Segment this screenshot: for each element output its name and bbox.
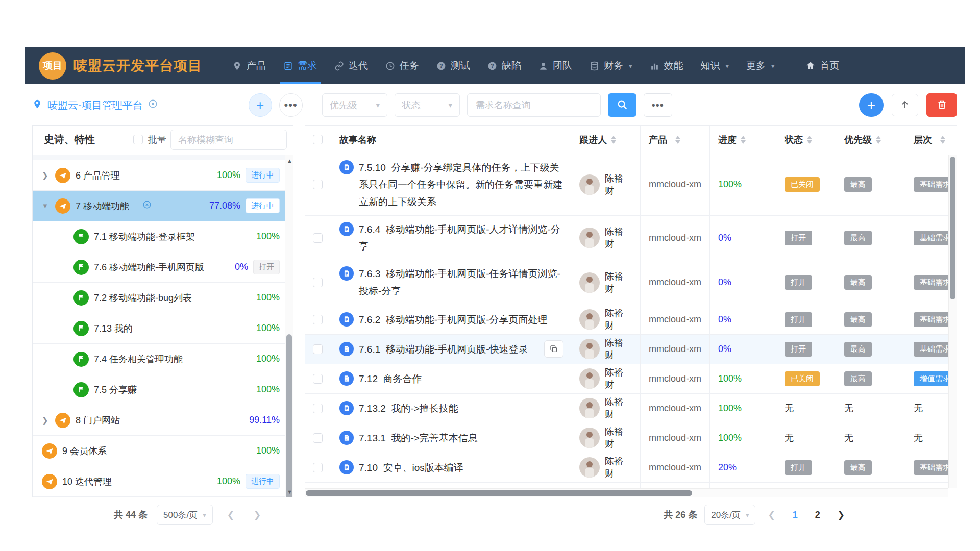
page-number-2[interactable]: 2 xyxy=(810,510,825,520)
epic-plane-icon xyxy=(42,474,57,489)
scroll-down-icon[interactable]: ▼ xyxy=(287,489,292,495)
row-checkbox[interactable] xyxy=(313,180,323,189)
add-button[interactable]: + xyxy=(249,93,272,117)
row-checkbox[interactable] xyxy=(313,404,323,413)
prev-page-button[interactable]: ❮ xyxy=(763,510,780,520)
nav-item-knowledge[interactable]: 知识 ▾ xyxy=(692,47,738,84)
sort-icon[interactable] xyxy=(611,136,616,144)
nav-label: 知识 xyxy=(701,59,720,72)
row-checkbox[interactable] xyxy=(313,344,323,354)
row-checkbox[interactable] xyxy=(313,278,323,287)
row-checkbox[interactable] xyxy=(313,374,323,384)
tree-page-size-select[interactable]: 500条/页 ▾ xyxy=(157,505,213,525)
nav-label: 更多 xyxy=(746,59,766,72)
story-name[interactable]: 7.5.10 分享赚-分享绑定具体的任务，上下级关系只在同一个任务中保留。新的任… xyxy=(359,159,562,210)
chevron-down-icon[interactable]: ▼ xyxy=(42,202,55,210)
tree-item-9[interactable]: 9 会员体系 100% xyxy=(33,436,285,466)
table-page-size-select[interactable]: 20条/页 ▾ xyxy=(704,505,755,525)
nav-item-finance[interactable]: 财务 ▾ xyxy=(581,47,641,84)
tree-item-7-selected[interactable]: ▼ 7 移动端功能 77.08%进行中 xyxy=(33,191,285,221)
delete-button[interactable] xyxy=(926,93,957,117)
chevron-right-icon[interactable]: ❯ xyxy=(42,416,55,425)
story-name[interactable]: 7.6.3 移动端功能-手机网页版-任务详情页浏览-投标-分享 xyxy=(359,265,562,299)
table-row[interactable]: 7.13.2 我的->擅长技能 陈裕财 mmcloud-xm 100% 无 无 … xyxy=(305,394,957,423)
tree-item-10[interactable]: 10 迭代管理 100%进行中 xyxy=(33,466,285,497)
more-options-button[interactable]: ••• xyxy=(279,93,303,117)
tree-item-8[interactable]: ❯ 8 门户网站 99.11% xyxy=(33,405,285,436)
row-checkbox[interactable] xyxy=(313,233,323,243)
table-row[interactable]: 7.6.2 移动端功能-手机网页版-分享页面处理 陈裕财 mmcloud-xm … xyxy=(305,305,957,335)
product-name: mmcloud-xm xyxy=(649,344,701,355)
story-name[interactable]: 7.10 安卓、ios版本编译 xyxy=(359,459,463,476)
nav-item-more[interactable]: 更多 ▾ xyxy=(738,47,783,84)
table-vertical-scrollbar[interactable] xyxy=(948,155,957,488)
tree-item-7-2[interactable]: 7.2 移动端功能-bug列表 100% xyxy=(33,283,285,313)
nav-item-home[interactable]: 首页 xyxy=(797,47,848,84)
table-row[interactable]: 7.6.4 移动端功能-手机网页版-人才详情浏览-分享 陈裕财 mmcloud-… xyxy=(305,216,957,261)
table-row[interactable]: 7.13.1 我的->完善基本信息 陈裕财 mmcloud-xm 100% 无 … xyxy=(305,423,957,453)
page-number-1[interactable]: 1 xyxy=(788,510,803,520)
close-circle-icon[interactable] xyxy=(148,99,158,111)
search-button[interactable] xyxy=(608,93,636,117)
next-page-button[interactable]: ❯ xyxy=(249,510,266,520)
tree-search-input[interactable]: 名称模糊查询 xyxy=(170,130,287,150)
level-none: 无 xyxy=(914,402,923,414)
row-checkbox[interactable] xyxy=(313,433,323,443)
row-checkbox[interactable] xyxy=(313,315,323,324)
nav-item-requirements[interactable]: 需求 xyxy=(275,47,326,84)
next-page-button[interactable]: ❯ xyxy=(832,510,850,520)
table-row-hover[interactable]: 7.6.1 移动端功能-手机网页版-快速登录 陈裕财 mmcloud-xm 0%… xyxy=(305,335,957,364)
batch-checkbox[interactable] xyxy=(133,135,143,144)
select-all-checkbox[interactable] xyxy=(313,135,323,144)
chevron-right-icon[interactable]: ❯ xyxy=(42,171,55,180)
table-row[interactable]: 7.5.10 分享赚-分享绑定具体的任务，上下级关系只在同一个任务中保留。新的任… xyxy=(305,154,957,216)
nav-item-performance[interactable]: 效能 xyxy=(641,47,692,84)
story-name[interactable]: 7.6.4 移动端功能-手机网页版-人才详情浏览-分享 xyxy=(359,221,562,255)
scrollbar-thumb[interactable] xyxy=(306,490,692,496)
project-selector[interactable]: 唛盟云-项目管理平台 xyxy=(32,98,158,112)
tree-item-7-4[interactable]: 7.4 任务相关管理功能 100% xyxy=(33,344,285,374)
avatar xyxy=(579,457,600,478)
tree-item-7-13[interactable]: 7.13 我的 100% xyxy=(33,313,285,344)
story-name[interactable]: 7.13.1 我的->完善基本信息 xyxy=(359,430,478,446)
close-circle-icon[interactable] xyxy=(142,200,152,212)
copy-button[interactable] xyxy=(544,340,564,358)
sort-icon[interactable] xyxy=(876,136,881,144)
nav-item-defect[interactable]: ? 缺陷 xyxy=(479,47,530,84)
nav-item-team[interactable]: 团队 xyxy=(530,47,581,84)
requirement-search-input[interactable]: 需求名称查询 xyxy=(467,93,601,117)
search-placeholder: 需求名称查询 xyxy=(476,99,531,111)
tree-item-7-1[interactable]: 7.1 移动端功能-登录框架 100% xyxy=(33,221,285,252)
prev-page-button[interactable]: ❮ xyxy=(222,510,239,520)
tree-item-6[interactable]: ❯ 6 产品管理 100%进行中 xyxy=(33,160,285,191)
scrollbar-thumb[interactable] xyxy=(950,157,955,299)
status-filter[interactable]: 状态 ▾ xyxy=(395,93,460,117)
scroll-up-icon[interactable]: ▲ xyxy=(287,158,292,164)
sort-icon[interactable] xyxy=(807,136,812,144)
table-row[interactable]: 7.6.3 移动端功能-手机网页版-任务详情页浏览-投标-分享 陈裕财 mmcl… xyxy=(305,260,957,305)
upload-button[interactable] xyxy=(892,94,918,116)
table-row[interactable]: 7.10 安卓、ios版本编译 陈裕财 mmcloud-xm 20% 打开 最高… xyxy=(305,453,957,483)
nav-item-test[interactable]: ? 测试 xyxy=(428,47,479,84)
nav-item-product[interactable]: 产品 xyxy=(224,47,275,84)
nav-item-iteration[interactable]: 迭代 xyxy=(326,47,377,84)
priority-filter[interactable]: 优先级 ▾ xyxy=(322,93,387,117)
sort-icon[interactable] xyxy=(940,136,945,144)
create-requirement-button[interactable]: + xyxy=(859,93,884,117)
story-name[interactable]: 7.6.1 移动端功能-手机网页版-快速登录 xyxy=(359,341,528,358)
row-checkbox[interactable] xyxy=(313,463,323,472)
tree-item-7-5[interactable]: 7.5 分享赚 100% xyxy=(33,374,285,405)
table-horizontal-scrollbar[interactable] xyxy=(305,488,948,497)
tree-item-percent: 99.11% xyxy=(249,415,280,425)
sort-icon[interactable] xyxy=(675,136,680,144)
sort-icon[interactable] xyxy=(741,136,746,144)
scrollbar-thumb[interactable] xyxy=(286,334,292,497)
tree-scrollbar[interactable]: ▲ ▼ xyxy=(285,155,293,497)
story-name[interactable]: 7.12 商务合作 xyxy=(359,370,422,387)
tree-item-7-6[interactable]: 7.6 移动端功能-手机网页版 0%打开 xyxy=(33,252,285,283)
story-name[interactable]: 7.6.2 移动端功能-手机网页版-分享页面处理 xyxy=(359,311,547,328)
more-filters-button[interactable]: ••• xyxy=(644,93,672,117)
nav-item-task[interactable]: 任务 xyxy=(377,47,428,84)
story-name[interactable]: 7.13.2 我的->擅长技能 xyxy=(359,400,458,417)
table-row[interactable]: 7.12 商务合作 陈裕财 mmcloud-xm 100% 已关闭 最高 增值需… xyxy=(305,364,957,394)
